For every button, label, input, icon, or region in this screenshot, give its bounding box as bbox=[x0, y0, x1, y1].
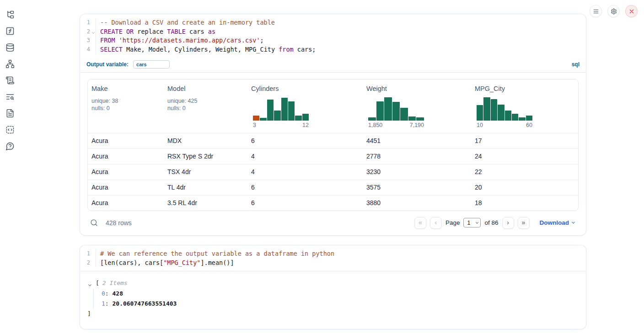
menu-icon bbox=[593, 8, 599, 15]
token-keyword: as bbox=[208, 28, 215, 35]
scroll-log-icon[interactable] bbox=[5, 76, 15, 85]
table-row[interactable]: Acura3.5 RL 4dr6388018 bbox=[88, 195, 578, 211]
code-line[interactable]: 4SELECT Make, Model, Cylinders, Weight, … bbox=[80, 45, 586, 54]
sql-code-editor[interactable]: 1-- Download a CSV and create an in-memo… bbox=[80, 14, 586, 58]
function-square-icon[interactable] bbox=[5, 26, 15, 36]
code-line[interactable]: 2CREATE OR replace TABLE cars as bbox=[80, 27, 586, 37]
sql-cell: 1-- Download a CSV and create an in-memo… bbox=[80, 14, 586, 236]
text-search-icon[interactable] bbox=[5, 92, 15, 101]
histogram-bar bbox=[408, 116, 416, 121]
table-cell: Acura bbox=[88, 180, 164, 195]
histogram-bar bbox=[400, 108, 408, 121]
search-icon[interactable] bbox=[90, 219, 98, 227]
previous-page-button[interactable]: ‹ bbox=[430, 217, 442, 229]
table-row[interactable]: AcuraRSX Type S 2dr4277824 bbox=[88, 148, 578, 164]
column-stats: unique: 38nulls: 0 bbox=[91, 97, 160, 112]
table-cell: 3.5 RL 4dr bbox=[164, 196, 247, 211]
unique-count: unique: 38 bbox=[91, 97, 160, 105]
fold-chevron-icon[interactable] bbox=[91, 29, 96, 34]
histogram-bar bbox=[267, 100, 274, 121]
column-header-model[interactable]: Modelunique: 425nulls: 0 bbox=[164, 79, 247, 133]
table-cell: 3230 bbox=[363, 164, 471, 180]
data-table: Makeunique: 38nulls: 0Modelunique: 425nu… bbox=[87, 79, 579, 211]
table-cell: 22 bbox=[471, 164, 578, 180]
line-number: 2 bbox=[80, 27, 96, 37]
snippets-icon[interactable] bbox=[5, 125, 15, 134]
table-cell: 6 bbox=[247, 196, 363, 211]
page-total-label: of 86 bbox=[484, 219, 498, 226]
notebook-actions bbox=[590, 5, 638, 17]
item-index: 1 bbox=[102, 300, 105, 307]
table-cell: Acura bbox=[88, 133, 164, 148]
database-icon[interactable] bbox=[5, 43, 15, 52]
table-body: AcuraMDX6445117AcuraRSX Type S 2dr427782… bbox=[88, 133, 578, 211]
table-row[interactable]: AcuraMDX6445117 bbox=[88, 133, 578, 148]
column-header-cylinders[interactable]: Cylinders312 bbox=[247, 79, 363, 133]
sql-cell-output: Makeunique: 38nulls: 0Modelunique: 425nu… bbox=[80, 73, 586, 235]
table-row[interactable]: AcuraTL 4dr6357520 bbox=[88, 180, 578, 195]
items-count-label: 2 Items bbox=[102, 278, 128, 288]
code-text: FROM 'https://datasets.marimo.app/cars.c… bbox=[96, 36, 586, 45]
token-keyword: CREATE bbox=[100, 28, 123, 35]
column-header-mpg_city[interactable]: MPG_City1060 bbox=[471, 79, 578, 133]
line-number: 2 bbox=[80, 259, 96, 268]
menu-button[interactable] bbox=[590, 5, 602, 17]
file-tree-icon[interactable] bbox=[5, 10, 15, 19]
table-cell: 3880 bbox=[363, 196, 471, 211]
histogram-bar bbox=[505, 111, 511, 121]
line-number: 1 bbox=[80, 18, 96, 27]
column-header-make[interactable]: Makeunique: 38nulls: 0 bbox=[88, 79, 164, 133]
axis-max-label: 7,190 bbox=[410, 122, 424, 128]
histogram-weight[interactable]: 1,8507,190 bbox=[368, 96, 424, 128]
left-panel-toolbar bbox=[0, 0, 20, 333]
histogram-bar bbox=[519, 117, 525, 120]
table-cell: 4 bbox=[247, 149, 363, 164]
table-footer: 428 rows « ‹ Page 1 of 86 › » Download bbox=[87, 217, 579, 229]
table-row[interactable]: AcuraTSX 4dr4323022 bbox=[88, 164, 578, 180]
axis-max-label: 12 bbox=[302, 122, 309, 128]
histogram-axis-labels: 1,8507,190 bbox=[368, 122, 424, 128]
table-header-row: Makeunique: 38nulls: 0Modelunique: 425nu… bbox=[88, 79, 578, 133]
code-line[interactable]: 1# We can reference the output variable … bbox=[80, 249, 586, 259]
help-icon[interactable] bbox=[5, 142, 15, 151]
token-keyword: SELECT bbox=[100, 46, 123, 53]
histogram-bar bbox=[288, 101, 295, 121]
histogram-bar bbox=[392, 102, 400, 121]
dependency-graph-icon[interactable] bbox=[5, 59, 15, 69]
histogram-cylinders[interactable]: 312 bbox=[253, 96, 309, 128]
token-comment: -- Download a CSV and create an in-memor… bbox=[100, 19, 275, 26]
page-label: Page bbox=[445, 219, 460, 226]
first-page-button[interactable]: « bbox=[414, 217, 426, 229]
table-cell: 24 bbox=[471, 149, 578, 164]
token-comment: # We can reference the output variable a… bbox=[100, 250, 334, 257]
python-code-editor[interactable]: 1# We can reference the output variable … bbox=[80, 245, 586, 271]
token-plain: Make, Model, Cylinders, Weight, MPG_City bbox=[123, 46, 279, 53]
table-cell: Acura bbox=[88, 196, 164, 211]
code-line[interactable]: 3FROM 'https://datasets.marimo.app/cars.… bbox=[80, 36, 586, 45]
page-select[interactable]: 1 bbox=[463, 218, 481, 227]
table-cell: 18 bbox=[471, 196, 578, 211]
histogram-bar bbox=[498, 105, 504, 121]
code-line[interactable]: 1-- Download a CSV and create an in-memo… bbox=[80, 18, 586, 27]
table-cell: 6 bbox=[247, 180, 363, 195]
code-text: CREATE OR replace TABLE cars as bbox=[96, 27, 586, 37]
line-number: 1 bbox=[80, 249, 96, 259]
table-cell: TL 4dr bbox=[164, 180, 247, 195]
histogram-bar bbox=[376, 101, 384, 121]
download-button[interactable]: Download bbox=[540, 219, 576, 226]
next-page-button[interactable]: › bbox=[502, 217, 514, 229]
histogram-bar bbox=[416, 117, 424, 120]
code-line[interactable]: 2[len(cars), cars["MPG_City"].mean()] bbox=[80, 259, 586, 268]
histogram-mpg_city[interactable]: 1060 bbox=[477, 96, 532, 128]
histogram-bar bbox=[295, 116, 301, 121]
last-page-button[interactable]: » bbox=[518, 217, 530, 229]
settings-button[interactable] bbox=[607, 5, 620, 17]
token-keyword: from bbox=[279, 46, 294, 53]
shutdown-button[interactable] bbox=[625, 5, 638, 17]
column-header-weight[interactable]: Weight1,8507,190 bbox=[363, 79, 471, 133]
histogram-bar bbox=[274, 111, 280, 121]
documentation-icon[interactable] bbox=[5, 109, 15, 118]
output-variable-input[interactable] bbox=[133, 60, 170, 69]
table-cell: 4451 bbox=[363, 133, 471, 148]
collapse-chevron-icon[interactable] bbox=[87, 281, 92, 286]
